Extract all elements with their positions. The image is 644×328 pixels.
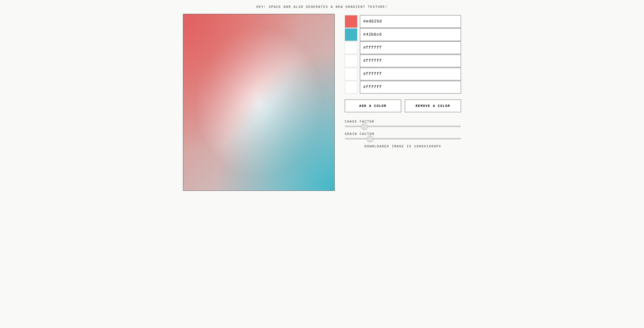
grain-slider[interactable] — [345, 138, 461, 139]
gradient-preview — [183, 14, 335, 191]
color-row-1 — [345, 15, 461, 28]
color-swatch-2[interactable] — [345, 28, 357, 41]
color-row-5 — [345, 68, 461, 80]
sliders-section: CHAOS FACTOR GRAIN FACTOR — [345, 120, 461, 139]
add-color-button[interactable]: ADD A COLOR — [345, 100, 401, 112]
color-swatch-3[interactable] — [345, 41, 357, 54]
download-info: DOWNLOADED IMAGE IS 1000X1000PX — [345, 145, 461, 148]
color-input-3[interactable] — [360, 41, 461, 54]
buttons-row: ADD A COLOR REMOVE A COLOR — [345, 100, 461, 112]
color-swatch-5[interactable] — [345, 68, 357, 80]
main-content: ADD A COLOR REMOVE A COLOR CHAOS FACTOR … — [183, 14, 461, 191]
color-row-6 — [345, 81, 461, 93]
chaos-slider[interactable] — [345, 126, 461, 127]
color-row-2 — [345, 28, 461, 41]
grain-slider-container: GRAIN FACTOR — [345, 132, 461, 139]
chaos-slider-container: CHAOS FACTOR — [345, 120, 461, 127]
color-rows-container — [345, 15, 461, 94]
color-row-4 — [345, 55, 461, 67]
color-input-6[interactable] — [360, 81, 461, 93]
color-swatch-1[interactable] — [345, 15, 357, 28]
header-message: HEY! SPACE BAR ALSO GENERATES A NEW GRAD… — [256, 5, 387, 9]
color-input-2[interactable] — [360, 28, 461, 41]
color-input-5[interactable] — [360, 68, 461, 80]
controls-panel: ADD A COLOR REMOVE A COLOR CHAOS FACTOR … — [345, 14, 461, 148]
color-input-1[interactable] — [360, 15, 461, 28]
color-input-4[interactable] — [360, 55, 461, 67]
color-swatch-6[interactable] — [345, 81, 357, 93]
color-row-3 — [345, 41, 461, 54]
color-swatch-4[interactable] — [345, 55, 357, 67]
remove-color-button[interactable]: REMOVE A COLOR — [405, 100, 461, 112]
